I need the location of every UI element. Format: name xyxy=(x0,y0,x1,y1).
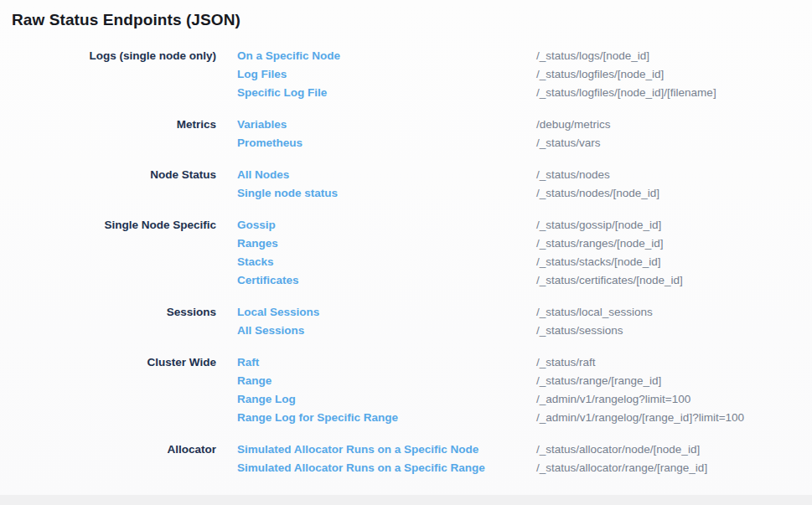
endpoint-link[interactable]: Log Files xyxy=(237,65,536,84)
endpoint-link[interactable]: Ranges xyxy=(237,234,536,253)
endpoint-row: Variables/debug/metrics xyxy=(237,116,812,134)
endpoint-path: /_status/gossip/[node_id] xyxy=(536,216,812,234)
endpoint-row: All Nodes/_status/nodes xyxy=(237,166,812,184)
raw-status-endpoints-page: Raw Status Endpoints (JSON) Logs (single… xyxy=(0,0,812,505)
page-title: Raw Status Endpoints (JSON) xyxy=(0,0,812,29)
endpoint-row: Ranges/_status/ranges/[node_id] xyxy=(237,234,812,253)
section-category: Sessions xyxy=(0,303,216,340)
endpoint-link[interactable]: Prometheus xyxy=(237,134,536,152)
endpoint-link[interactable]: All Nodes xyxy=(237,166,536,184)
endpoint-rows: Gossip/_status/gossip/[node_id]Ranges/_s… xyxy=(237,216,812,290)
endpoint-link[interactable]: All Sessions xyxy=(237,322,536,340)
endpoint-row: Single node status/_status/nodes/[node_i… xyxy=(237,184,812,203)
endpoint-row: Range/_status/range/[range_id] xyxy=(237,372,812,390)
endpoint-link[interactable]: Range Log for Specific Range xyxy=(237,409,536,427)
endpoint-link[interactable]: Simulated Allocator Runs on a Specific R… xyxy=(237,459,536,477)
endpoint-section: Node StatusAll Nodes/_status/nodesSingle… xyxy=(0,166,812,203)
endpoint-rows: On a Specific Node/_status/logs/[node_id… xyxy=(237,47,812,102)
endpoint-row: All Sessions/_status/sessions xyxy=(237,322,812,340)
endpoint-row: Range Log for Specific Range/_admin/v1/r… xyxy=(237,409,812,427)
endpoint-rows: Variables/debug/metricsPrometheus/_statu… xyxy=(237,116,812,152)
endpoint-path: /_status/nodes/[node_id] xyxy=(536,184,812,203)
endpoint-section: MetricsVariables/debug/metricsPrometheus… xyxy=(0,116,812,152)
endpoint-rows: Simulated Allocator Runs on a Specific N… xyxy=(237,441,812,477)
endpoint-row: Prometheus/_status/vars xyxy=(237,134,812,152)
section-category: Logs (single node only) xyxy=(0,47,216,102)
section-category: Metrics xyxy=(0,116,216,152)
endpoint-link[interactable]: Single node status xyxy=(237,184,536,203)
endpoint-link[interactable]: Local Sessions xyxy=(237,303,536,322)
endpoint-link[interactable]: Range Log xyxy=(237,390,536,409)
endpoint-section: Single Node SpecificGossip/_status/gossi… xyxy=(0,216,812,290)
endpoint-row: Raft/_status/raft xyxy=(237,353,812,372)
endpoint-path: /_status/logfiles/[node_id]/[filename] xyxy=(536,84,812,102)
endpoint-sections: Logs (single node only)On a Specific Nod… xyxy=(0,47,812,477)
endpoint-rows: All Nodes/_status/nodesSingle node statu… xyxy=(237,166,812,203)
endpoint-section: SessionsLocal Sessions/_status/local_ses… xyxy=(0,303,812,340)
endpoint-path: /_status/logs/[node_id] xyxy=(536,47,812,65)
endpoint-row: Local Sessions/_status/local_sessions xyxy=(237,303,812,322)
endpoint-row: Log Files/_status/logfiles/[node_id] xyxy=(237,65,812,84)
section-category: Cluster Wide xyxy=(0,353,216,427)
endpoint-link[interactable]: Gossip xyxy=(237,216,536,234)
endpoint-path: /_status/allocator/node/[node_id] xyxy=(536,441,812,459)
endpoint-path: /debug/metrics xyxy=(536,116,812,134)
endpoint-link[interactable]: Stacks xyxy=(237,253,536,271)
endpoint-path: /_status/stacks/[node_id] xyxy=(536,253,812,271)
section-category: Allocator xyxy=(0,441,216,477)
endpoint-link[interactable]: Range xyxy=(237,372,536,390)
endpoint-path: /_admin/v1/rangelog/[range_id]?limit=100 xyxy=(536,409,812,427)
endpoint-row: Simulated Allocator Runs on a Specific N… xyxy=(237,441,812,459)
endpoint-link[interactable]: On a Specific Node xyxy=(237,47,536,65)
endpoint-rows: Raft/_status/raftRange/_status/range/[ra… xyxy=(237,353,812,427)
endpoint-path: /_status/sessions xyxy=(536,322,812,340)
endpoint-row: Gossip/_status/gossip/[node_id] xyxy=(237,216,812,234)
endpoint-section: Logs (single node only)On a Specific Nod… xyxy=(0,47,812,102)
section-category: Node Status xyxy=(0,166,216,203)
endpoint-path: /_status/range/[range_id] xyxy=(536,372,812,390)
endpoint-path: /_status/vars xyxy=(536,134,812,152)
endpoint-path: /_status/certificates/[node_id] xyxy=(536,271,812,290)
endpoint-row: Range Log/_admin/v1/rangelog?limit=100 xyxy=(237,390,812,409)
endpoint-row: Certificates/_status/certificates/[node_… xyxy=(237,271,812,290)
endpoint-link[interactable]: Certificates xyxy=(237,271,536,290)
section-category: Single Node Specific xyxy=(0,216,216,290)
endpoint-path: /_status/local_sessions xyxy=(536,303,812,322)
endpoint-section: AllocatorSimulated Allocator Runs on a S… xyxy=(0,441,812,477)
endpoint-link[interactable]: Specific Log File xyxy=(237,84,536,102)
footer-bar xyxy=(0,495,812,505)
endpoint-row: On a Specific Node/_status/logs/[node_id… xyxy=(237,47,812,65)
endpoint-row: Simulated Allocator Runs on a Specific R… xyxy=(237,459,812,477)
endpoint-row: Stacks/_status/stacks/[node_id] xyxy=(237,253,812,271)
endpoint-path: /_admin/v1/rangelog?limit=100 xyxy=(536,390,812,409)
endpoint-row: Specific Log File/_status/logfiles/[node… xyxy=(237,84,812,102)
endpoint-path: /_status/raft xyxy=(536,353,812,372)
endpoint-link[interactable]: Raft xyxy=(237,353,536,372)
endpoint-rows: Local Sessions/_status/local_sessionsAll… xyxy=(237,303,812,340)
endpoint-path: /_status/allocator/range/[range_id] xyxy=(536,459,812,477)
endpoint-path: /_status/logfiles/[node_id] xyxy=(536,65,812,84)
endpoint-link[interactable]: Variables xyxy=(237,116,536,134)
endpoint-section: Cluster WideRaft/_status/raftRange/_stat… xyxy=(0,353,812,427)
endpoint-link[interactable]: Simulated Allocator Runs on a Specific N… xyxy=(237,441,536,459)
endpoint-path: /_status/ranges/[node_id] xyxy=(536,234,812,253)
endpoint-path: /_status/nodes xyxy=(536,166,812,184)
